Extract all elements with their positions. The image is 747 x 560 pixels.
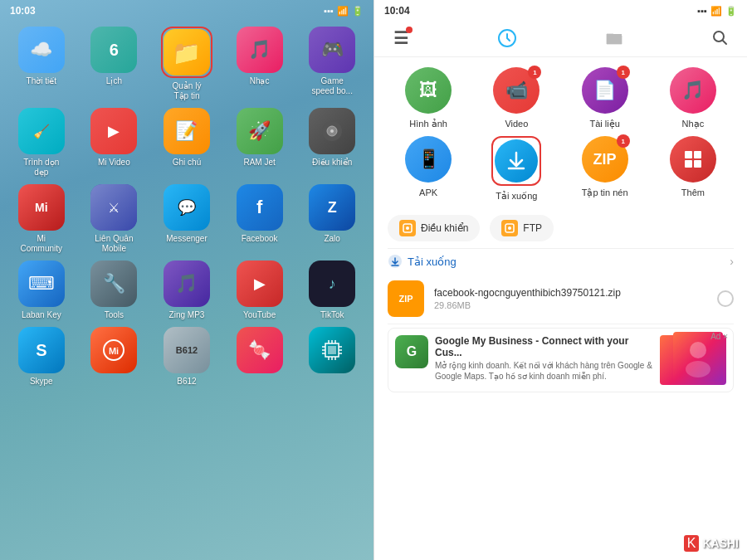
labankey-label: Laban Key (22, 310, 61, 320)
ad-banner[interactable]: G Google My Business - Connect with your… (388, 328, 734, 392)
app-candycrush[interactable]: 🍬 (227, 327, 293, 387)
app-game[interactable]: 🎮 Gamespeed bo... (299, 27, 365, 101)
miui-icon: Mi (90, 327, 137, 373)
folder-icon (604, 28, 624, 48)
tiktok-label: TikTok (320, 310, 344, 320)
app-zingmp3[interactable]: 🎵 Zing MP3 (154, 261, 220, 320)
category-video[interactable]: 📹 1 Video (476, 67, 557, 129)
app-music[interactable]: 🎵 Nhạc (227, 27, 293, 101)
app-lienquan[interactable]: ⚔ Liên QuânMobile (81, 184, 148, 254)
clean-label: Trình dọndẹp (23, 158, 59, 178)
svg-point-26 (406, 226, 409, 230)
skype-icon: S (18, 327, 65, 373)
docs-category-icon: 📄 1 (582, 67, 628, 114)
ad-close-button[interactable]: Ad × (710, 332, 728, 341)
category-docs[interactable]: 📄 1 Tài liệu (564, 67, 646, 129)
wifi-icon: 📶 (337, 6, 349, 17)
messenger-label: Messenger (166, 234, 207, 244)
app-youtube[interactable]: ▶ YouTube (227, 261, 293, 320)
clock-button[interactable] (494, 25, 520, 51)
facebook-label: Facebook (242, 234, 278, 244)
app-miui[interactable]: Mi (81, 327, 148, 387)
ad-title: Google My Business - Connect with your C… (435, 335, 653, 358)
app-labankey[interactable]: ⌨ Laban Key (8, 261, 75, 320)
quick-ftp-icon (501, 220, 518, 236)
app-b612[interactable]: B612 B612 (154, 327, 220, 387)
app-clean[interactable]: 🧹 Trình dọndẹp (8, 108, 75, 178)
kashi-text: KASHI (702, 537, 739, 550)
category-zip[interactable]: ZIP 1 Tập tin nén (564, 136, 646, 202)
ad-logo: G (395, 335, 428, 368)
left-status-icons: ▪▪▪ 📶 🔋 (324, 6, 364, 17)
right-status-bar: 10:04 ▪▪▪ 📶 🔋 (374, 0, 747, 20)
download-category-icon (495, 139, 538, 183)
svg-rect-24 (694, 160, 701, 168)
app-micommunity[interactable]: Mi MiCommunity (8, 184, 75, 254)
app-messenger[interactable]: 💬 Messenger (154, 184, 220, 254)
section-title: Tải xuống (388, 254, 456, 269)
docs-label: Tài liệu (589, 119, 619, 129)
download-item-row[interactable]: ZIP facebook-ngocnguyenthibich39750121.z… (374, 274, 747, 324)
candycrush-icon: 🍬 (237, 327, 283, 373)
tools-label: Tools (105, 310, 124, 320)
quick-remote-icon (399, 220, 416, 236)
svg-point-31 (690, 342, 706, 358)
app-ramjet[interactable]: 🚀 RAM Jet (227, 108, 293, 178)
tiktok-icon: ♪ (309, 261, 355, 307)
category-music[interactable]: 🎵 Nhạc (652, 67, 734, 129)
zingmp3-label: Zing MP3 (169, 310, 205, 320)
app-processor[interactable] (299, 327, 365, 387)
category-download[interactable]: Tải xuống (476, 136, 557, 202)
menu-button[interactable]: ☰ (388, 25, 414, 51)
quick-ftp-button[interactable]: FTP (490, 215, 554, 241)
music-category-icon: 🎵 (670, 67, 716, 114)
app-weather[interactable]: ☁️ Thời tiết (8, 27, 75, 101)
music-label: Nhạc (682, 119, 705, 129)
svg-text:Mi: Mi (109, 346, 119, 356)
clock-icon (497, 28, 517, 48)
ad-image (660, 335, 726, 385)
download-section-header[interactable]: Tải xuống › (374, 249, 747, 274)
app-remote[interactable]: Điều khiển (299, 108, 365, 178)
app-notes[interactable]: 📝 Ghi chú (154, 108, 220, 178)
zingmp3-icon: 🎵 (164, 261, 210, 307)
grid-icon (682, 149, 704, 170)
mivideo-icon: ▶ (90, 108, 137, 154)
micommunity-icon: Mi (18, 184, 65, 231)
category-apk[interactable]: 📱 APK (388, 136, 469, 202)
app-facebook[interactable]: f Facebook (227, 184, 293, 254)
app-files[interactable]: 📁 Quản lýTập tin (154, 27, 220, 101)
right-phone-screen: 10:04 ▪▪▪ 📶 🔋 ☰ (374, 0, 747, 560)
file-category-grid: 🖼 Hình ảnh 📹 1 Video 📄 1 Tài liệu 🎵 Nh (374, 57, 747, 212)
music-icon: 🎵 (237, 27, 283, 73)
game-icon: 🎮 (309, 27, 355, 73)
app-skype[interactable]: S Skype (8, 327, 75, 387)
right-time: 10:04 (384, 5, 410, 17)
quick-remote-button[interactable]: Điều khiển (388, 215, 480, 241)
app-zalo[interactable]: Z Zalo (299, 184, 365, 254)
more-category-icon (670, 136, 716, 183)
micommunity-label: MiCommunity (21, 234, 63, 254)
section-title-text: Tải xuống (408, 256, 456, 268)
select-radio[interactable] (717, 290, 734, 307)
right-wifi-icon: 📶 (710, 6, 722, 17)
more-label: Thêm (681, 187, 705, 197)
divider-2 (388, 324, 734, 324)
search-button[interactable] (707, 25, 734, 51)
mivideo-label: Mi Video (98, 158, 130, 168)
app-mivideo[interactable]: ▶ Mi Video (81, 108, 148, 178)
app-tiktok[interactable]: ♪ TikTok (299, 261, 365, 320)
right-signal-icon: ▪▪▪ (697, 6, 707, 16)
svg-point-32 (686, 361, 710, 377)
ramjet-icon: 🚀 (237, 108, 283, 154)
folder-button[interactable] (601, 25, 627, 51)
facebook-icon: f (237, 184, 283, 231)
video-category-icon: 📹 1 (493, 67, 540, 114)
ad-content: G Google My Business - Connect with your… (388, 329, 733, 392)
zip-badge: 1 (617, 134, 630, 148)
app-tools[interactable]: 🔧 Tools (81, 261, 148, 320)
app-calendar[interactable]: 6 Lịch (81, 27, 148, 101)
ad-logo-text: G (407, 344, 417, 359)
category-more[interactable]: Thêm (652, 136, 734, 202)
category-images[interactable]: 🖼 Hình ảnh (388, 67, 469, 129)
